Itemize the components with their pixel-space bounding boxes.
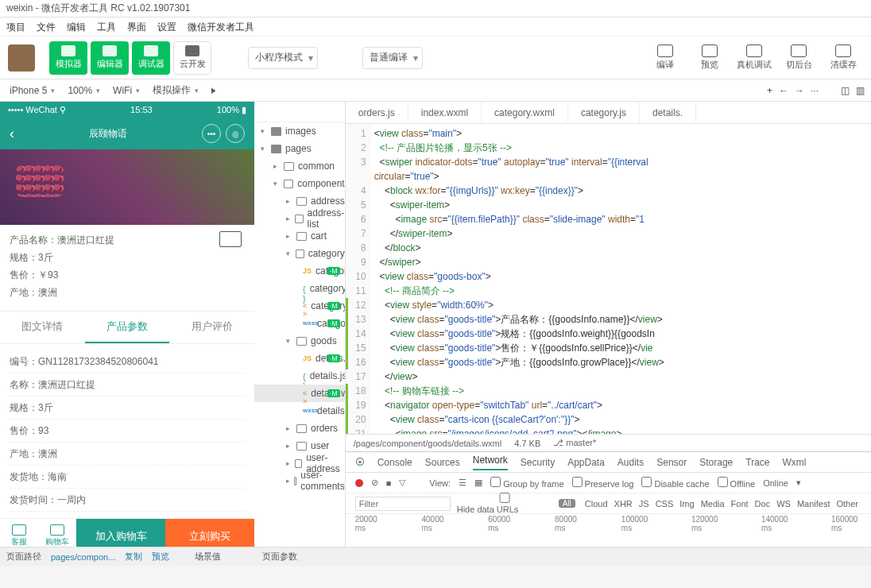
tb-云开发[interactable]: 云开发	[173, 41, 211, 75]
compile-select[interactable]: 普通编译	[362, 47, 423, 69]
ftype-WS[interactable]: WS	[776, 499, 791, 509]
ftype-CSS[interactable]: CSS	[656, 499, 674, 509]
close-icon[interactable]: ◎	[226, 124, 245, 143]
cart-icon[interactable]	[219, 231, 242, 247]
simulator-pane: ••••• WeChat ⚲ 15:53 100% ▮ ‹ 辰颐物语 •••◎ …	[0, 102, 254, 547]
tree-category[interactable]: ▾category	[254, 245, 345, 262]
mute-icon[interactable]: 🕨	[208, 85, 218, 96]
buy-button[interactable]: 立刻购买	[165, 519, 254, 547]
dt-tab-Sources[interactable]: Sources	[425, 457, 460, 468]
tree-address-list[interactable]: ▸address-list	[254, 210, 345, 227]
tab-detail[interactable]: 图文详情	[0, 311, 85, 343]
ftype-Manifest[interactable]: Manifest	[797, 499, 830, 509]
camera-icon[interactable]: ■	[386, 478, 392, 488]
act-真机调试[interactable]: 真机调试	[734, 44, 774, 71]
act-预览[interactable]: 预览	[690, 44, 730, 71]
filter-icon[interactable]: ▽	[399, 478, 405, 488]
tree-category.js[interactable]: JScategory.js·M	[254, 262, 345, 280]
mode-select[interactable]: 小程序模式	[248, 47, 318, 69]
product-details: 编号：GN11281732384520806041名称：澳洲进口红提 规格：3斤…	[0, 344, 254, 518]
tree-details.json[interactable]: { }details.json	[254, 367, 345, 385]
cart-button[interactable]: 购物车	[38, 519, 76, 547]
tree-details.wxss[interactable]: wxssdetails.wxss	[254, 402, 345, 420]
back-icon[interactable]: ‹	[10, 126, 14, 142]
tree-cart[interactable]: ▸cart	[254, 227, 345, 245]
dt-tab-Trace[interactable]: Trace	[745, 457, 769, 468]
grid-view-icon[interactable]: ▦	[474, 478, 482, 488]
ftype-Other[interactable]: Other	[836, 499, 858, 509]
ftype-Img[interactable]: Img	[679, 499, 694, 509]
tree-category.wxss[interactable]: wxsscategory.wxss·M	[254, 315, 345, 332]
tree-goods[interactable]: ▾goods	[254, 332, 345, 350]
avatar[interactable]	[8, 44, 35, 72]
etab-orders.js[interactable]: orders.js	[346, 102, 408, 124]
tab-params[interactable]: 产品参数	[85, 311, 170, 343]
zoom-select[interactable]: 100%	[64, 85, 103, 96]
ftype-XHR[interactable]: XHR	[614, 499, 633, 509]
tree-images[interactable]: ▾images	[254, 122, 345, 140]
dt-tab-Network[interactable]: Network	[473, 455, 508, 470]
ftype-Doc[interactable]: Doc	[755, 499, 771, 509]
act-编译[interactable]: 编译	[645, 44, 685, 71]
etab-details.[interactable]: details.	[640, 102, 696, 124]
act-清缓存[interactable]: 清缓存	[823, 44, 863, 71]
file-tree: ▾images▾pages▸common▾component▸address▸a…	[254, 102, 346, 547]
tree-user-comments[interactable]: ▸user-comments	[254, 472, 345, 489]
dt-tab-AppData[interactable]: AppData	[567, 457, 605, 468]
menu-工具[interactable]: 工具	[97, 21, 116, 33]
ftype-JS[interactable]: JS	[639, 499, 649, 509]
menu-bar: 项目文件编辑工具界面设置微信开发者工具	[0, 17, 871, 37]
ftype-Media[interactable]: Media	[701, 499, 725, 509]
add-cart-button[interactable]: 加入购物车	[76, 519, 165, 547]
tree-orders[interactable]: ▸orders	[254, 420, 345, 437]
tree-common[interactable]: ▸common	[254, 157, 345, 175]
tree-pages[interactable]: ▾pages	[254, 140, 345, 157]
layout-icon[interactable]: ▥	[856, 85, 865, 96]
filter-all[interactable]: All	[559, 499, 575, 508]
menu-icon[interactable]: •••	[202, 124, 221, 143]
menu-文件[interactable]: 文件	[37, 21, 56, 33]
menu-项目[interactable]: 项目	[6, 21, 25, 33]
tree-category.json[interactable]: { }category.json	[254, 280, 345, 297]
tb-编辑器[interactable]: 编辑器	[91, 41, 129, 75]
dt-tab-Storage[interactable]: Storage	[699, 457, 733, 468]
service-button[interactable]: 客服	[0, 519, 38, 547]
dt-tab-Security[interactable]: Security	[521, 457, 555, 468]
ftype-Cloud[interactable]: Cloud	[585, 499, 608, 509]
clear-icon[interactable]: ⊘	[371, 478, 378, 488]
dt-tab-Console[interactable]: Console	[377, 457, 412, 468]
preview-link[interactable]: 预览	[152, 551, 169, 563]
etab-category.wxml[interactable]: category.wxml	[482, 102, 568, 124]
record-icon[interactable]	[355, 479, 363, 487]
network-select[interactable]: WiFi	[110, 85, 143, 96]
menu-界面[interactable]: 界面	[127, 21, 146, 33]
code-editor[interactable]: <view class="main"> <!-- 产品图片轮播，显示5张 -->…	[371, 124, 871, 434]
tree-details.wxml[interactable]: < >details.wxml·M	[254, 385, 345, 402]
tree-details.js[interactable]: JSdetails.js·M	[254, 350, 345, 367]
menu-微信开发者工具[interactable]: 微信开发者工具	[188, 21, 254, 33]
tb-模拟器[interactable]: 模拟器	[49, 41, 87, 75]
device-select[interactable]: iPhone 5	[6, 85, 58, 96]
ftype-Font[interactable]: Font	[731, 499, 749, 509]
page-path[interactable]: pages/compon...	[51, 552, 115, 562]
etab-category.js[interactable]: category.js	[568, 102, 640, 124]
sim-action-select[interactable]: 模拟操作	[149, 83, 202, 97]
devtools-toggle-icon[interactable]: ⦿	[355, 457, 365, 468]
dt-tab-Sensor[interactable]: Sensor	[656, 457, 687, 468]
menu-设置[interactable]: 设置	[157, 21, 176, 33]
dt-tab-Wxml[interactable]: Wxml	[783, 457, 807, 468]
tree-category.wxml[interactable]: < >category.wxml·M	[254, 297, 345, 315]
copy-link[interactable]: 复制	[125, 551, 142, 563]
tab-reviews[interactable]: 用户评价	[169, 311, 254, 343]
etab-index.wxml[interactable]: index.wxml	[408, 102, 482, 124]
list-view-icon[interactable]: ☰	[459, 478, 466, 488]
window-title: weixin - 微信开发者工具 RC v1.02.1907301	[0, 0, 871, 17]
filter-input[interactable]	[355, 497, 451, 511]
menu-编辑[interactable]: 编辑	[67, 21, 86, 33]
tb-调试器[interactable]: 调试器	[132, 41, 170, 75]
product-image[interactable]	[0, 149, 254, 225]
tree-component[interactable]: ▾component	[254, 175, 345, 192]
split-icon[interactable]: ◫	[841, 85, 850, 96]
act-切后台[interactable]: 切后台	[779, 44, 819, 71]
dt-tab-Audits[interactable]: Audits	[617, 457, 644, 468]
